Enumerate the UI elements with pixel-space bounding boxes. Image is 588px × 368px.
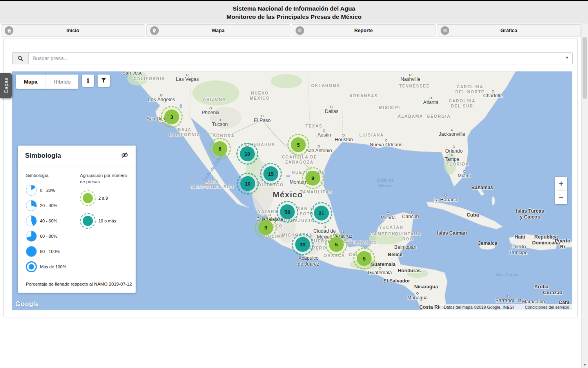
nav-tab-label: Mapa [212, 28, 225, 33]
zoom-in-button[interactable]: + [555, 177, 567, 190]
main-nav: InicioMapaReporteGráfica [0, 24, 582, 37]
search-icon [12, 52, 28, 64]
zoom-out-button[interactable]: − [555, 191, 567, 204]
search-input[interactable] [28, 52, 573, 64]
scrollbar-down-arrow[interactable]: ▼ [582, 362, 588, 368]
map-canvas[interactable]: San JoséCALIFORNIALas VegasLos ÁngelesSa… [12, 71, 572, 310]
eye-off-icon[interactable] [121, 151, 129, 160]
map-type-hibrido-button[interactable]: Híbrido [45, 75, 79, 89]
nav-tab-label: Gráfica [501, 28, 517, 33]
cluster-count: 3 [164, 109, 179, 124]
cluster-count: 39 [295, 237, 310, 252]
nav-tab-grafica[interactable]: Gráfica [437, 24, 581, 37]
legend-col2-title: Agrupación por número de presas [80, 173, 130, 185]
pie-legend-item: 0 - 20% [26, 183, 80, 198]
pie-legend-item: 60 - 80% [26, 229, 80, 244]
cluster-marker[interactable]: 5 [353, 248, 375, 270]
cluster-legend-item: 2 a 9 [80, 190, 130, 206]
cluster-marker[interactable]: 3 [161, 106, 183, 128]
legend-footnote: Porcentaje de llenado respecto al NAMO 2… [26, 282, 132, 286]
app-title-line2: Monitoreo de las Principales Presas de M… [0, 13, 588, 21]
scrollbar-thumb[interactable] [583, 37, 587, 99]
list-icon [441, 26, 449, 35]
cluster-marker[interactable]: 5 [287, 134, 309, 156]
page: Sistema Nacional de Información del Agua… [0, 0, 588, 368]
google-logo[interactable]: Google [15, 300, 39, 308]
pie-symbol [26, 246, 37, 257]
pie-legend-item: 40 - 60% [26, 213, 80, 229]
pie-label: Más de 100% [40, 264, 66, 269]
cluster-marker[interactable]: 21 [310, 202, 332, 224]
map-type-control: Mapa Híbrido i [16, 75, 110, 89]
cluster-legend-item: 10 o más [80, 213, 130, 229]
app-title-line1: Sistema Nacional de Información del Agua [0, 4, 588, 13]
cluster-marker[interactable]: 6 [209, 138, 231, 160]
jamaica [479, 244, 495, 250]
funnel-icon [100, 77, 107, 85]
pie-legend-item: 20 - 40% [26, 198, 80, 213]
cluster-count: 5 [357, 251, 372, 266]
page-scrollbar[interactable]: ▼ [581, 24, 588, 368]
cluster-marker[interactable]: 15 [260, 163, 282, 185]
cluster-count: 5 [291, 137, 306, 152]
filter-button[interactable] [98, 75, 110, 87]
nav-tab-mapa[interactable]: Mapa [146, 24, 290, 37]
legend-title: Simbología [25, 152, 61, 160]
cluster-count: 15 [263, 166, 278, 181]
layers-tab-label: Capas [3, 78, 9, 93]
pie-symbol [26, 215, 37, 226]
legend-col1-title: Simbología [26, 173, 80, 179]
attribution-data: Datos del mapa ©2019 Google, INEGI [444, 305, 514, 310]
pie-label: 0 - 20% [40, 188, 55, 193]
cluster-marker[interactable]: 58 [276, 201, 298, 223]
dropdown-caret-icon[interactable]: ▼ [565, 56, 569, 60]
cluster-count: 10 [240, 176, 255, 191]
cluster-marker[interactable]: 9 [255, 217, 277, 239]
cluster-count: 21 [314, 206, 329, 220]
info-button[interactable]: i [82, 75, 94, 87]
pie-legend-list: 0 - 20%20 - 40%40 - 60%60 - 80%80 - 100%… [26, 183, 80, 275]
cluster-count: 10 [240, 146, 255, 161]
puerto-rico [559, 242, 572, 248]
app-header: Sistema Nacional de Información del Agua… [0, 1, 588, 24]
cluster-marker[interactable]: 10 [237, 173, 259, 195]
pie-symbol [26, 200, 37, 211]
pie-symbol [26, 185, 37, 196]
cluster-count: 9 [305, 171, 320, 186]
pie-legend-item: Más de 100% [26, 259, 80, 275]
pie-symbol [26, 261, 37, 272]
cluster-count: 9 [258, 220, 273, 235]
cluster-count: 58 [280, 204, 295, 219]
map-attribution: Datos del mapa ©2019 Google, INEGI Condi… [440, 304, 572, 310]
info-icon: i [87, 77, 89, 85]
nav-tab-reporte[interactable]: Reporte [292, 24, 436, 37]
pie-legend-item: 80 - 100% [26, 244, 80, 259]
cluster-legend-list: 2 a 910 o más [80, 190, 130, 229]
layers-tab[interactable]: Capas [0, 73, 12, 98]
pie-label: 60 - 80% [40, 234, 57, 239]
content-card: ▼ [3, 38, 578, 317]
zoom-control: + − [555, 177, 567, 204]
cluster-marker[interactable]: 5 [325, 233, 347, 255]
pie-label: 20 - 40% [40, 203, 57, 208]
nav-tab-inicio[interactable]: Inicio [1, 24, 145, 37]
pin-icon [150, 26, 159, 35]
pie-label: 80 - 100% [40, 249, 60, 254]
cluster-count: 6 [212, 141, 227, 156]
legend-panel: Simbología Simbología 0 - 20%20 - 40%40 … [18, 146, 136, 293]
attribution-terms-link[interactable]: Condiciones del servicio [525, 305, 569, 310]
cluster-marker[interactable]: 9 [302, 167, 324, 189]
cluster-marker[interactable]: 39 [292, 233, 314, 255]
nav-tab-label: Reporte [354, 28, 373, 33]
list-icon [296, 26, 304, 35]
nav-tab-label: Inicio [67, 28, 80, 33]
pie-label: 40 - 60% [40, 219, 57, 223]
search-bar: ▼ [12, 52, 573, 64]
home-icon [5, 26, 13, 35]
pie-symbol [26, 231, 37, 242]
cluster-marker[interactable]: 10 [236, 143, 258, 165]
cluster-count: 5 [329, 237, 344, 252]
map-type-mapa-button[interactable]: Mapa [16, 75, 45, 89]
